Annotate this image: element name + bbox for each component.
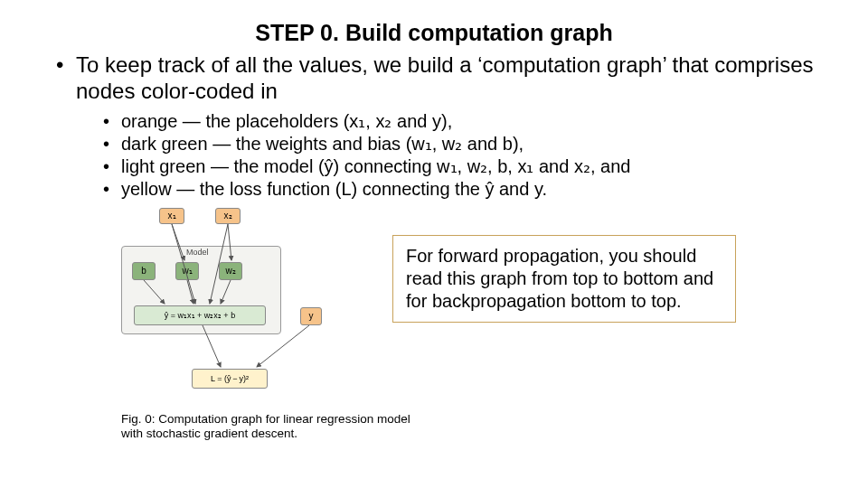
intro-content: To keep track of all the values, we buil… bbox=[76, 52, 814, 103]
figure-caption: Fig. 0: Computation graph for linear reg… bbox=[45, 412, 420, 443]
bullet-orange: orange — the placeholders (x₁, x₂ and y)… bbox=[121, 110, 823, 133]
node-w2: w₂ bbox=[219, 262, 242, 280]
node-x1: x₁ bbox=[159, 208, 184, 224]
node-x2: x₂ bbox=[215, 208, 241, 224]
node-loss: L = (ŷ − y)² bbox=[192, 369, 268, 389]
bullet-dot: • bbox=[56, 52, 63, 78]
bullet-dark-green: dark green — the weights and bias (w₁, w… bbox=[121, 133, 823, 155]
bullet-yellow: yellow — the loss function (L) connectin… bbox=[121, 178, 823, 201]
computation-graph-diagram: Model x₁ x₂ b w₁ w₂ ŷ = w₁x₁ + w₂x₂ + b … bbox=[121, 208, 338, 407]
node-y: y bbox=[300, 307, 322, 325]
intro-text: • To keep track of all the values, we bu… bbox=[45, 52, 823, 105]
model-box-label: Model bbox=[186, 248, 209, 257]
color-bullet-list: orange — the placeholders (x₁, x₂ and y)… bbox=[45, 110, 823, 201]
node-b: b bbox=[132, 262, 156, 280]
bullet-light-green: light green — the model (ŷ) connecting w… bbox=[121, 155, 823, 178]
node-yhat: ŷ = w₁x₁ + w₂x₂ + b bbox=[134, 305, 266, 325]
slide-title: STEP 0. Build computation graph bbox=[45, 20, 823, 46]
node-w1: w₁ bbox=[175, 262, 199, 280]
forward-prop-callout: For forward propagation, you should read… bbox=[392, 235, 736, 323]
